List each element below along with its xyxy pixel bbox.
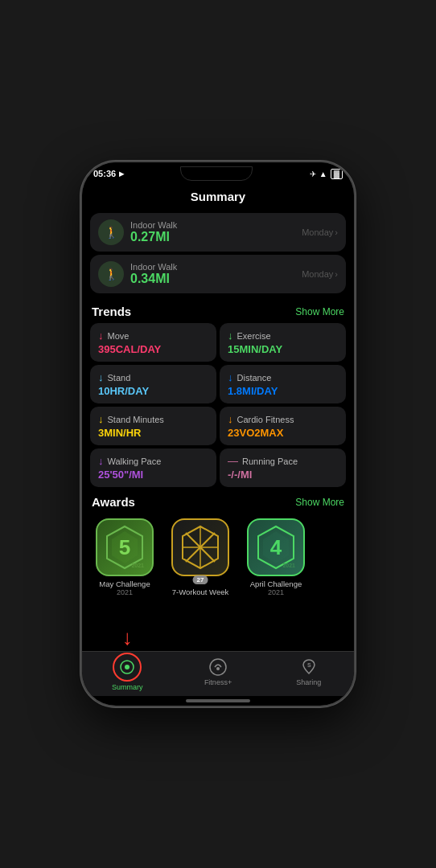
activity-card-2[interactable]: 🚶 Indoor Walk 0.34MI Monday ›	[90, 255, 346, 293]
trend-exercise[interactable]: ↓ Exercise 15MIN/DAY	[220, 323, 346, 362]
activity-info-1: Indoor Walk 0.27MI	[130, 220, 295, 244]
tab-bar: Summary ↓ Fitness+ S Sharing	[82, 651, 354, 696]
activity-info-2: Indoor Walk 0.34MI	[130, 262, 295, 286]
phone-screen: 05:36 ▶ ✈ ▲ ▓ Summary 🚶 Indoor Walk 0.27…	[82, 162, 354, 706]
scroll-content[interactable]: Summary 🚶 Indoor Walk 0.27MI Monday › 🚶	[82, 185, 354, 651]
status-time: 05:36 ▶	[93, 169, 124, 178]
battery-icon: ▓	[331, 169, 343, 179]
award-workout-label: 7-Workout Week	[172, 588, 228, 596]
trends-section-header: Trends Show More	[82, 297, 354, 323]
award-may-label: May Challenge	[99, 579, 150, 588]
walk-icon-1: 🚶	[98, 219, 124, 245]
tab-summary[interactable]: Summary ↓	[82, 653, 173, 696]
location-icon: ▶	[119, 170, 124, 178]
home-indicator	[186, 699, 250, 702]
award-may-year: 2021	[117, 588, 133, 596]
trend-stand[interactable]: ↓ Stand 10HR/DAY	[90, 365, 216, 403]
tab-sharing-label: Sharing	[296, 678, 321, 686]
distance-arrow-icon: ↓	[228, 371, 233, 383]
trends-title: Trends	[92, 305, 131, 318]
notch	[180, 166, 253, 181]
walking-pace-arrow-icon: ↓	[98, 455, 104, 467]
award-may[interactable]: 5 2021 May Challenge 2021	[90, 518, 159, 596]
tab-sharing[interactable]: S Sharing	[263, 657, 354, 691]
trend-move[interactable]: ↓ Move 395CAL/DAY	[90, 323, 216, 362]
sharing-tab-icon: S	[299, 657, 319, 677]
award-workout[interactable]: 27 7-Workout Week	[166, 518, 235, 596]
trend-distance[interactable]: ↓ Distance 1.8MI/DAY	[220, 365, 346, 403]
award-badge-april: 4 2021	[247, 518, 305, 576]
awards-title: Awards	[92, 495, 135, 509]
tab-fitness-label: Fitness+	[204, 678, 232, 686]
airplane-icon: ✈	[310, 170, 316, 178]
awards-list: 5 2021 May Challenge 2021	[82, 514, 354, 604]
award-badge-workout	[171, 518, 229, 576]
award-april-year: 2021	[268, 588, 284, 596]
trend-cardio[interactable]: ↓ Cardio Fitness 23VO2MAX	[220, 407, 346, 445]
workout-count-badge: 27	[193, 575, 208, 584]
award-april[interactable]: 4 2021 April Challenge 2021	[241, 518, 311, 596]
activity-card-1[interactable]: 🚶 Indoor Walk 0.27MI Monday ›	[90, 213, 346, 252]
trend-stand-minutes[interactable]: ↓ Stand Minutes 3MIN/HR	[90, 407, 216, 445]
activity-day-1: Monday ›	[302, 227, 338, 237]
trend-running-pace[interactable]: — Running Pace -/-/MI	[220, 448, 346, 487]
phone-frame: 05:36 ▶ ✈ ▲ ▓ Summary 🚶 Indoor Walk 0.27…	[80, 161, 356, 707]
page-title: Summary	[82, 185, 354, 210]
move-arrow-icon: ↓	[98, 330, 104, 342]
fitness-tab-icon	[208, 657, 228, 677]
awards-section-header: Awards Show More	[82, 487, 354, 514]
svg-point-12	[216, 667, 220, 670]
walk-icon-2: 🚶	[98, 261, 124, 287]
stand-arrow-icon: ↓	[98, 371, 104, 383]
tab-summary-label: Summary	[112, 683, 143, 691]
svg-text:S: S	[307, 661, 311, 667]
trends-grid: ↓ Move 395CAL/DAY ↓ Exercise 15MIN/DAY	[90, 323, 346, 487]
trend-walking-pace[interactable]: ↓ Walking Pace 25'50"/MI	[90, 448, 216, 487]
activity-day-2: Monday ›	[302, 269, 338, 279]
summary-tab-ring	[113, 653, 142, 682]
award-badge-may: 5 2021	[96, 518, 154, 576]
cardio-arrow-icon: ↓	[228, 413, 233, 425]
red-arrow-indicator: ↓	[122, 625, 133, 650]
svg-point-10	[125, 665, 130, 669]
wifi-icon: ▲	[319, 170, 327, 178]
running-pace-arrow-icon: —	[228, 455, 238, 467]
stand-minutes-arrow-icon: ↓	[98, 413, 104, 425]
exercise-arrow-icon: ↓	[228, 330, 233, 342]
awards-show-more[interactable]: Show More	[295, 497, 344, 508]
award-april-label: April Challenge	[250, 579, 302, 588]
status-icons: ✈ ▲ ▓	[310, 169, 343, 179]
tab-fitness[interactable]: Fitness+	[173, 657, 264, 691]
trends-show-more[interactable]: Show More	[295, 306, 344, 317]
summary-tab-icon	[119, 659, 135, 675]
status-bar: 05:36 ▶ ✈ ▲ ▓	[82, 162, 354, 185]
